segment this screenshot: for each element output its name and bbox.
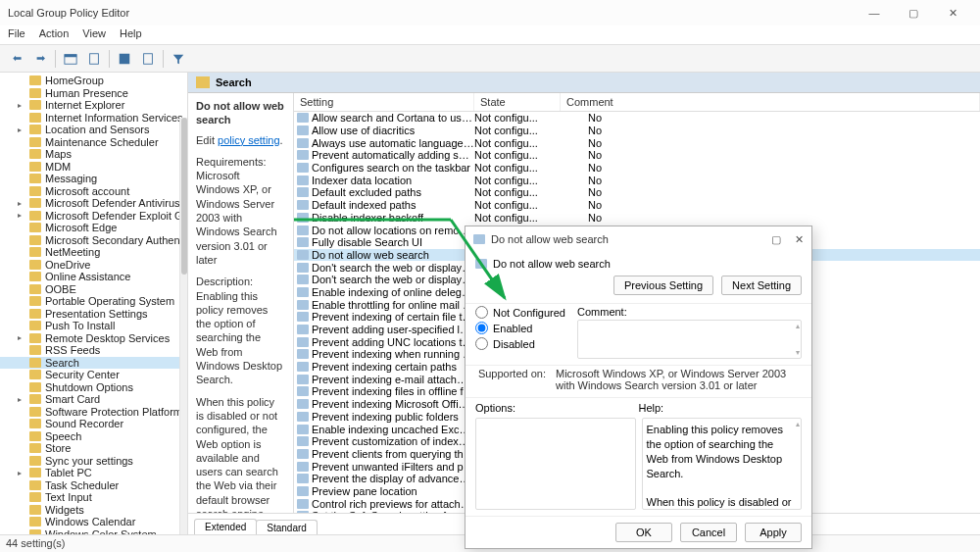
tree-item-label: Internet Explorer: [45, 99, 124, 111]
refresh-icon[interactable]: [114, 48, 135, 70]
tree-item[interactable]: Speech: [0, 430, 187, 443]
dialog-titlebar[interactable]: Do not allow web search ▢ ✕: [466, 226, 811, 252]
menu-action[interactable]: Action: [39, 27, 70, 42]
tree-item[interactable]: Shutdown Options: [0, 381, 187, 394]
tree-item[interactable]: Store: [0, 442, 187, 455]
tree-item[interactable]: Software Protection Platform: [0, 406, 187, 419]
setting-icon: [297, 325, 309, 334]
tree-item[interactable]: Windows Color System: [0, 528, 187, 535]
tree-item[interactable]: Sound Recorder: [0, 418, 187, 430]
ok-button[interactable]: OK: [615, 523, 672, 542]
tree-item-label: Smart Card: [45, 393, 100, 405]
folder-icon: [29, 505, 41, 515]
setting-name: Prevent adding user-specified locations …: [312, 324, 474, 335]
tree-item[interactable]: ▸Internet Explorer: [0, 99, 187, 112]
radio-not-configured[interactable]: Not Configured: [475, 306, 565, 319]
tree-item[interactable]: ▸Tablet PC: [0, 467, 187, 479]
setting-row[interactable]: Indexer data locationNot configu...No: [294, 174, 980, 186]
dialog-close-icon[interactable]: ✕: [795, 233, 804, 246]
setting-name: Do not allow web search: [312, 249, 474, 261]
tree-item[interactable]: Microsoft Secondary Authentication Fa: [0, 234, 187, 247]
tree-item[interactable]: Windows Calendar: [0, 516, 187, 528]
setting-row[interactable]: Allow search and Cortana to use location…: [294, 112, 980, 125]
folder-icon: [29, 358, 41, 368]
setting-row[interactable]: Always use automatic language detection …: [294, 136, 980, 149]
tree-item[interactable]: HomeGroup: [0, 75, 187, 87]
radio-disabled[interactable]: Disabled: [475, 337, 565, 350]
setting-row[interactable]: Default excluded pathsNot configu...No: [294, 186, 980, 199]
scroll-up-icon[interactable]: ▴: [796, 322, 800, 330]
tab-standard[interactable]: Standard: [256, 520, 318, 534]
tree-item[interactable]: MDM: [0, 161, 187, 174]
col-state[interactable]: State: [474, 93, 561, 111]
tree-item[interactable]: ▸Microsoft Defender Antivirus: [0, 197, 187, 210]
setting-icon: [297, 499, 309, 509]
tree-item[interactable]: ▸Location and Sensors: [0, 124, 187, 136]
tab-extended[interactable]: Extended: [194, 519, 257, 534]
cancel-button[interactable]: Cancel: [680, 523, 737, 542]
next-setting-button[interactable]: Next Setting: [721, 276, 802, 295]
setting-row[interactable]: Configures search on the taskbarNot conf…: [294, 162, 980, 175]
back-icon[interactable]: ⬅: [6, 48, 27, 70]
tree-item[interactable]: OOBE: [0, 283, 187, 296]
help-icon[interactable]: [137, 48, 159, 70]
tree-item[interactable]: Push To Install: [0, 320, 187, 332]
setting-row[interactable]: Prevent automatically adding shared fold…: [294, 149, 980, 162]
previous-setting-button[interactable]: Previous Setting: [613, 276, 713, 295]
minimize-icon[interactable]: —: [855, 0, 894, 25]
tree-item[interactable]: RSS Feeds: [0, 344, 187, 357]
dialog-maximize-icon[interactable]: ▢: [771, 233, 781, 246]
tree-scrollbar[interactable]: [179, 118, 187, 534]
help-text: Enabling this policy removes the option …: [647, 423, 798, 510]
setting-state: Not configu...: [474, 175, 561, 186]
tree-item[interactable]: Online Assistance: [0, 271, 187, 283]
scroll-up-icon[interactable]: ▴: [796, 420, 800, 430]
setting-icon: [297, 425, 309, 434]
setting-icon: [297, 176, 309, 185]
tree-item[interactable]: Text Input: [0, 491, 187, 504]
close-icon[interactable]: ✕: [933, 0, 972, 25]
tree-item[interactable]: Portable Operating System: [0, 295, 187, 308]
nav-tree[interactable]: HomeGroupHuman Presence▸Internet Explore…: [0, 73, 188, 534]
setting-row[interactable]: Disable indexer backoffNot configu...No: [294, 212, 980, 225]
tree-item[interactable]: Microsoft Edge: [0, 222, 187, 234]
help-label: Help:: [639, 402, 803, 414]
setting-row[interactable]: Allow use of diacriticsNot configu...No: [294, 125, 980, 137]
tree-item[interactable]: Maps: [0, 148, 187, 161]
maximize-icon[interactable]: ▢: [894, 0, 933, 25]
forward-icon[interactable]: ➡: [29, 48, 51, 70]
menu-file[interactable]: File: [8, 27, 25, 42]
up-icon[interactable]: [60, 48, 81, 70]
menu-help[interactable]: Help: [120, 27, 142, 42]
tree-item[interactable]: ▸Remote Desktop Services: [0, 332, 187, 345]
tree-item[interactable]: ▸Smart Card: [0, 393, 187, 406]
properties-icon[interactable]: [83, 48, 105, 70]
setting-icon: [297, 362, 309, 372]
tree-item[interactable]: Task Scheduler: [0, 479, 187, 492]
col-setting[interactable]: Setting: [294, 93, 474, 111]
tree-item[interactable]: Widgets: [0, 504, 187, 517]
tree-item[interactable]: Maintenance Scheduler: [0, 136, 187, 149]
filter-icon[interactable]: [168, 48, 189, 70]
tree-item[interactable]: Search: [0, 357, 187, 370]
setting-icon: [297, 337, 309, 347]
menu-view[interactable]: View: [82, 27, 106, 42]
radio-enabled[interactable]: Enabled: [475, 322, 565, 334]
scroll-down-icon[interactable]: ▾: [796, 348, 800, 357]
comment-textarea[interactable]: ▴ ▾: [577, 320, 802, 359]
tree-item[interactable]: Presentation Settings: [0, 308, 187, 321]
setting-row[interactable]: Default indexed pathsNot configu...No: [294, 199, 980, 212]
tree-item[interactable]: Internet Information Services: [0, 112, 187, 125]
tree-item[interactable]: Security Center: [0, 369, 187, 381]
tree-item[interactable]: ▸Microsoft Defender Exploit Guard: [0, 210, 187, 223]
tree-item[interactable]: OneDrive: [0, 259, 187, 272]
tree-item[interactable]: Microsoft account: [0, 185, 187, 198]
apply-button[interactable]: Apply: [745, 523, 802, 542]
tree-item[interactable]: Sync your settings: [0, 455, 187, 468]
tree-item[interactable]: NetMeeting: [0, 246, 187, 259]
column-headers[interactable]: Setting State Comment: [294, 93, 980, 112]
tree-item[interactable]: Human Presence: [0, 87, 187, 100]
col-comment[interactable]: Comment: [561, 93, 980, 111]
tree-item[interactable]: Messaging: [0, 173, 187, 185]
edit-policy-link[interactable]: policy setting: [218, 134, 280, 146]
